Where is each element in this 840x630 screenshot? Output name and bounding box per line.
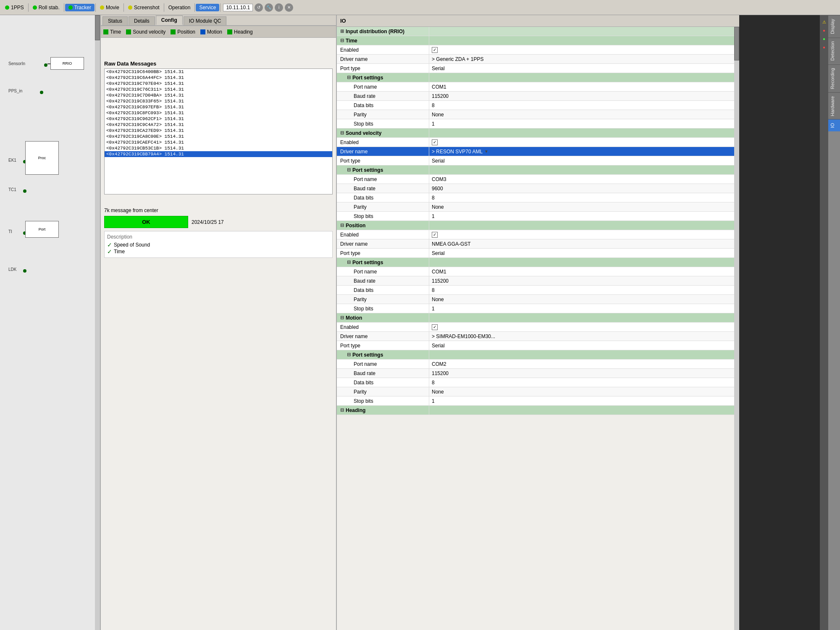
expand-icon-0[interactable]: ⊞ [340, 29, 344, 34]
io-scroll[interactable] [734, 27, 739, 630]
ldk-label: LDK [8, 267, 16, 272]
io-row-23: Driver nameNMEA GGA-GST [337, 239, 734, 249]
toolbar-operation[interactable]: Operation [165, 4, 194, 11]
io-row-26: Port nameCOM1 [337, 267, 734, 276]
io-table[interactable]: ⊞Input distribution (RRIO)⊟TimeEnabled✓D… [337, 27, 734, 630]
io-value-24: Serial [429, 249, 734, 257]
raw-data-item-6[interactable]: <0x42792C319C897EFB> 1514.31 [105, 104, 332, 110]
io-label-23: Driver name [337, 239, 429, 248]
raw-data-item-13[interactable]: <0x42792C319CB53C1B> 1514.31 [105, 145, 332, 151]
tab-details[interactable]: Details [129, 16, 155, 25]
raw-data-item-5[interactable]: <0x42792C319C833F65> 1514.31 [105, 98, 332, 104]
tab-status[interactable]: Status [102, 16, 128, 25]
checkbox-22[interactable]: ✓ [432, 232, 438, 238]
raw-data-item-1[interactable]: <0x42792C319C6A44FC> 1514.31 [105, 75, 332, 81]
left-scroll[interactable] [95, 15, 100, 630]
expand-icon-31[interactable]: ⊟ [340, 315, 344, 320]
expand-icon-11[interactable]: ⊟ [340, 130, 344, 136]
tab-config[interactable]: Config [156, 16, 183, 25]
left-scroll-thumb[interactable] [95, 15, 100, 40]
message-title: 7k message from center [104, 207, 333, 213]
io-label-12: Enabled [337, 138, 429, 147]
checkbox-32[interactable]: ✓ [432, 324, 438, 330]
io-label-text-32: Enabled [340, 324, 359, 330]
raw-data-item-9[interactable]: <0x42792C319C9C4A72> 1514.31 [105, 122, 332, 128]
io-value-36: COM2 [429, 360, 734, 368]
raw-data-item-12[interactable]: <0x42792C319CAEFC41> 1514.31 [105, 139, 332, 145]
toolbar-rollstab[interactable]: Roll stab. [29, 4, 63, 11]
toolbar-1pps[interactable]: 1PPS [2, 4, 27, 11]
io-value-34: Serial [429, 341, 734, 350]
io-row-37: Baud rate115200 [337, 369, 734, 378]
io-value-13: > RESON SVP70 AML▼ [429, 147, 734, 156]
io-value-26: COM1 [429, 267, 734, 276]
toolbar-movie[interactable]: Movie [97, 4, 123, 11]
raw-data-list[interactable]: <0x42792C319C6400BB> 1514.31<0x42792C319… [104, 68, 333, 194]
io-row-0: ⊞Input distribution (RRIO) [337, 27, 734, 36]
vtab-io[interactable]: IO [828, 119, 840, 131]
toolbar-tracker[interactable]: Tracker [65, 4, 94, 11]
io-value-33: > SIMRAD-EM1000-EM30... [429, 332, 734, 341]
raw-data-item-10[interactable]: <0x42792C319CA27ED9> 1514.31 [105, 128, 332, 134]
dropdown-arrow-13[interactable]: ▼ [484, 149, 488, 154]
io-label-text-40: Stop bits [354, 398, 373, 404]
heading-indicator-box [227, 29, 232, 34]
vtab-detection[interactable]: Detection [828, 37, 840, 64]
io-label-text-20: Stop bits [354, 213, 373, 219]
io-row-11: ⊟Sound velocity [337, 129, 734, 138]
expand-icon-35[interactable]: ⊟ [347, 352, 351, 357]
checkbox-2[interactable]: ✓ [432, 47, 438, 53]
raw-data-item-4[interactable]: <0x42792C319C7D04BA> 1514.31 [105, 92, 332, 98]
vtab-recording[interactable]: Recording [828, 64, 840, 92]
toolbar-service[interactable]: Service [196, 4, 219, 11]
io-row-30: Stop bits1 [337, 304, 734, 313]
toolbar-icons: ↺ 🔧 i ✕ [255, 3, 293, 12]
raw-data-item-2[interactable]: <0x42792C319C707E04> 1514.31 [105, 81, 332, 87]
raw-data-item-11[interactable]: <0x42792C319CA8C00E> 1514.31 [105, 134, 332, 139]
close-icon[interactable]: ✕ [285, 3, 293, 12]
diagram-box-2: Proc [25, 141, 59, 175]
io-row-22: Enabled✓ [337, 230, 734, 239]
expand-icon-15[interactable]: ⊟ [347, 167, 351, 173]
io-label-text-15: Port settings [352, 167, 383, 173]
tab-iomoduleqc[interactable]: IO Module QC [184, 16, 227, 25]
checkbox-12[interactable]: ✓ [432, 139, 438, 145]
ti-label: TI [8, 229, 12, 234]
io-label-6: Port name [337, 82, 429, 91]
expand-icon-25[interactable]: ⊟ [347, 260, 351, 265]
soundvel-indicator-box [126, 29, 131, 34]
io-row-13[interactable]: Driver name> RESON SVP70 AML▼ [337, 147, 734, 156]
reload-icon[interactable]: ↺ [255, 3, 263, 12]
wrench-icon[interactable]: 🔧 [265, 3, 273, 12]
io-scroll-thumb[interactable] [734, 27, 739, 60]
raw-data-item-14[interactable]: <0x42792C319CBB79A4> 1514.31 [105, 151, 332, 157]
expand-icon-5[interactable]: ⊟ [347, 75, 351, 80]
io-row-40: Stop bits1 [337, 396, 734, 406]
io-label-text-1: Time [346, 38, 357, 44]
raw-data-item-0[interactable]: <0x42792C319C6400BB> 1514.31 [105, 69, 332, 75]
io-row-10: Stop bits1 [337, 119, 734, 129]
config-tab-bar: Status Details Config IO Module QC [101, 15, 336, 26]
indicator-time: Time [103, 29, 121, 35]
io-label-40: Stop bits [337, 396, 429, 405]
raw-data-item-3[interactable]: <0x42792C319C76C311> 1514.31 [105, 87, 332, 92]
ppsin-dot [40, 91, 43, 94]
io-row-39: ParityNone [337, 387, 734, 396]
vtab-hardware[interactable]: Hardware [828, 92, 840, 120]
io-row-12: Enabled✓ [337, 138, 734, 147]
io-row-14: Port typeSerial [337, 156, 734, 165]
io-value-7: 115200 [429, 92, 734, 100]
toolbar-screenshot[interactable]: Screenshot [125, 4, 163, 11]
io-label-text-35: Port settings [352, 352, 383, 358]
expand-icon-1[interactable]: ⊟ [340, 38, 344, 43]
info-icon[interactable]: i [275, 3, 283, 12]
divider-2 [64, 3, 64, 12]
expand-icon-21[interactable]: ⊟ [340, 223, 344, 228]
vtab-display[interactable]: Display [828, 15, 840, 37]
raw-data-item-7[interactable]: <0x42792C319C8FC093> 1514.31 [105, 110, 332, 116]
ok-button[interactable]: OK [104, 216, 188, 228]
io-row-27: Baud rate115200 [337, 276, 734, 286]
raw-data-item-8[interactable]: <0x42792C319C962CF1> 1514.31 [105, 116, 332, 122]
expand-icon-41[interactable]: ⊟ [340, 407, 344, 413]
io-label-text-25: Port settings [352, 260, 383, 265]
